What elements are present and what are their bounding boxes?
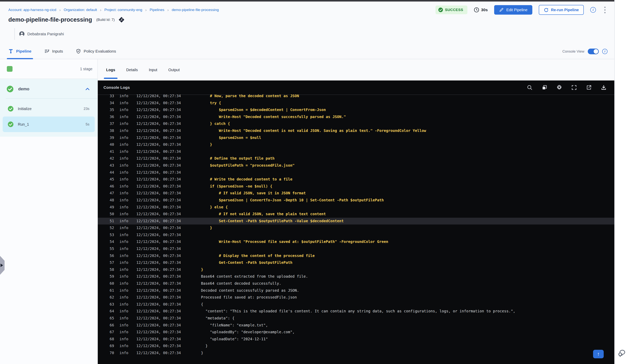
step-row-initialize[interactable]: Initialize 23s <box>3 101 95 117</box>
tab-policy-evaluations[interactable]: Policy Evaluations <box>76 43 116 59</box>
step-name: Initialize <box>18 107 31 111</box>
breadcrumb-link[interactable]: Pipelines <box>150 8 164 12</box>
log-line-54: 54info12/12/2024, 00:27:34 Write-Host "P… <box>98 238 614 245</box>
more-options-menu[interactable] <box>602 5 608 14</box>
shield-check-icon <box>76 49 81 54</box>
expand-panel-handle[interactable] <box>0 256 4 275</box>
success-check-icon <box>438 7 443 12</box>
log-line-57: 57info12/12/2024, 00:27:34 Get-Content -… <box>98 259 614 266</box>
rerun-pipeline-label: Re-run Pipeline <box>551 8 579 12</box>
run-controls: SUCCESS 30s Edit Pipeline Re-run Pipelin… <box>436 5 608 15</box>
log-line-39: 39info12/12/2024, 00:27:34 $parsedJson =… <box>98 134 614 141</box>
log-line-45: 45info12/12/2024, 00:27:34 # Write the d… <box>98 176 614 183</box>
tab-pipeline-label: Pipeline <box>16 49 31 54</box>
rerun-info-icon[interactable]: i <box>590 7 596 13</box>
breadcrumb-separator-icon: › <box>145 7 147 12</box>
harness-logo-icon <box>118 17 125 23</box>
breadcrumb-separator-icon: › <box>100 7 101 12</box>
console-view-toggle[interactable] <box>588 49 599 54</box>
step-name: Run_1 <box>18 122 29 127</box>
breadcrumb-link[interactable]: Project: community-eng <box>104 8 142 12</box>
console-tab-details[interactable]: Details <box>126 59 138 80</box>
log-line-44: 44info12/12/2024, 00:27:34 <box>98 169 614 176</box>
console-tab-logs[interactable]: Logs <box>106 59 115 80</box>
log-line-35: 35info12/12/2024, 00:27:34 $parsedJson =… <box>98 106 614 114</box>
console-toolbar <box>527 84 607 90</box>
step-row-run_1[interactable]: Run_1 5s <box>3 117 95 132</box>
console-area: LogsDetailsInputOutput Console Logs <box>98 59 614 364</box>
rerun-pipeline-button[interactable]: Re-run Pipeline <box>539 5 584 15</box>
breadcrumb-link[interactable]: Organization: default <box>64 8 97 12</box>
breadcrumb: Account: app-harness-ng-cicd›Organizatio… <box>8 7 219 12</box>
chevron-up-icon[interactable] <box>85 86 90 92</box>
download-icon[interactable] <box>601 84 607 90</box>
tab-inputs[interactable]: Inputs <box>44 43 63 59</box>
console-view-control: Console View i <box>562 44 608 59</box>
open-in-new-icon[interactable] <box>586 84 592 90</box>
window-top-strip <box>0 0 614 1</box>
settings-icon[interactable] <box>556 84 562 90</box>
log-line-43: 43info12/12/2024, 00:27:34 $outputFilePa… <box>98 162 614 169</box>
author-row: Debabrata Panigrahi <box>14 28 64 40</box>
breadcrumb-link[interactable]: Account: app-harness-ng-cicd <box>8 8 56 12</box>
log-line-66: 66info12/12/2024, 00:27:34 "fileName": "… <box>98 322 614 329</box>
log-line-56: 56info12/12/2024, 00:27:34 # Display the… <box>98 252 614 259</box>
step-success-icon <box>7 121 14 127</box>
breadcrumb-link[interactable]: demo-pipeline-file-processing <box>172 8 219 12</box>
log-line-61: 61info12/12/2024, 00:27:34Decoded conten… <box>98 287 614 294</box>
log-line-42: 42info12/12/2024, 00:27:34 # Define the … <box>98 155 614 162</box>
log-line-50: 50info12/12/2024, 00:27:34 # If not vali… <box>98 211 614 218</box>
help-chat-icon[interactable] <box>617 349 627 358</box>
stage-group: demo Initialize 23s Run_1 5s <box>0 79 97 137</box>
log-line-34: 34info12/12/2024, 00:27:34 try { <box>98 100 614 107</box>
main-tabs: Pipeline Inputs Policy Evaluations Conso… <box>0 44 614 59</box>
pipeline-icon <box>8 49 13 54</box>
duration-text: 30s <box>481 7 488 12</box>
stage-minimap-square[interactable] <box>7 66 12 72</box>
console-view-info-icon[interactable]: i <box>602 49 608 54</box>
tab-pipeline[interactable]: Pipeline <box>8 43 31 59</box>
right-rail <box>614 0 628 364</box>
expand-arrow-icon <box>0 264 3 267</box>
log-line-36: 36info12/12/2024, 00:27:34 Write-Host "D… <box>98 114 614 121</box>
copy-icon[interactable] <box>542 84 548 90</box>
breadcrumb-separator-icon: › <box>59 7 61 12</box>
console-tab-input[interactable]: Input <box>149 59 157 80</box>
edit-pipeline-button[interactable]: Edit Pipeline <box>494 5 532 15</box>
step-success-icon <box>7 106 14 112</box>
log-line-51: 51info12/12/2024, 00:27:34 Set-Content -… <box>98 218 614 225</box>
console-view-label: Console View <box>562 49 584 54</box>
user-avatar-icon <box>19 31 25 37</box>
log-line-52: 52info12/12/2024, 00:27:34 } <box>98 224 614 231</box>
log-line-59: 59info12/12/2024, 00:27:34Base64 content… <box>98 273 614 280</box>
inputs-icon <box>44 49 49 54</box>
stage-name: demo <box>18 86 29 91</box>
fullscreen-icon[interactable] <box>571 84 577 90</box>
stage-row-demo[interactable]: demo <box>0 82 97 96</box>
log-line-48: 48info12/12/2024, 00:27:34 $parsedJson |… <box>98 197 614 204</box>
log-line-58: 58info12/12/2024, 00:27:34} <box>98 266 614 273</box>
duration: 30s <box>474 7 488 12</box>
top-bar: Account: app-harness-ng-cicd›Organizatio… <box>8 4 608 15</box>
step-list: Initialize 23s Run_1 5s <box>0 101 97 132</box>
edit-pipeline-label: Edit Pipeline <box>506 8 527 12</box>
log-line-49: 49info12/12/2024, 00:27:34 } else { <box>98 204 614 211</box>
console-tab-output[interactable]: Output <box>168 59 180 80</box>
tab-inputs-label: Inputs <box>52 49 63 54</box>
search-icon[interactable] <box>527 84 533 90</box>
scroll-to-top-button[interactable]: ↑ <box>593 350 604 358</box>
log-line-47: 47info12/12/2024, 00:27:34 # If valid JS… <box>98 190 614 197</box>
breadcrumb-separator-icon: › <box>167 7 168 12</box>
stages-sidebar: 1 stage demo Initialize 23s Run_1 5s <box>0 59 98 364</box>
log-line-62: 62info12/12/2024, 00:27:34Processed file… <box>98 294 614 301</box>
page-title: demo-pipeline-file-processing <box>8 16 92 23</box>
clock-icon <box>474 7 479 12</box>
console-panel: Console Logs <box>98 80 614 364</box>
log-line-70: 70info12/12/2024, 00:27:34} <box>98 350 614 357</box>
content: 1 stage demo Initialize 23s Run_1 5s Log… <box>0 59 614 364</box>
log-line-69: 69info12/12/2024, 00:27:34 } <box>98 343 614 350</box>
stage-divider <box>6 98 97 99</box>
log-line-53: 53info12/12/2024, 00:27:34 <box>98 231 614 238</box>
log-line-55: 55info12/12/2024, 00:27:34 <box>98 245 614 252</box>
console-log-lines: 33info12/12/2024, 00:27:34 # Now, parse … <box>98 93 614 357</box>
